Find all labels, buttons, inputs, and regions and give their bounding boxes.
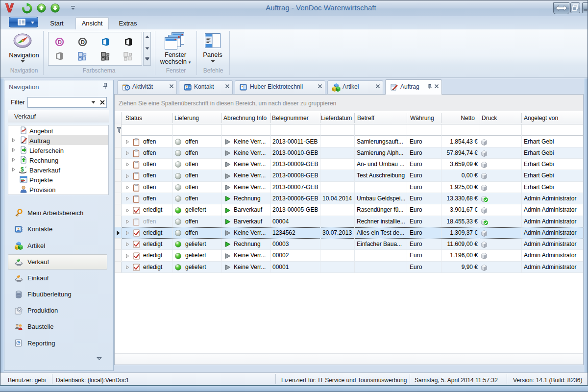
svg-text:$: $ — [21, 166, 24, 173]
svg-text:D: D — [81, 39, 85, 45]
svg-text:D: D — [58, 39, 62, 45]
